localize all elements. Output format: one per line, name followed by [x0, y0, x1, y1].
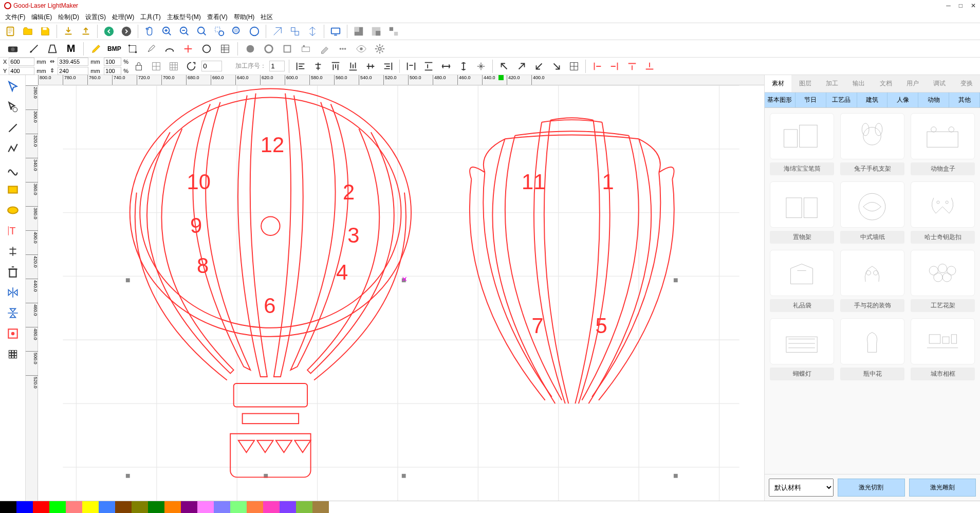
grid-b-button[interactable] — [167, 59, 181, 74]
pen-button[interactable] — [89, 42, 103, 56]
center-button[interactable] — [474, 59, 488, 74]
menu-item-3[interactable]: 设置(S) — [83, 12, 108, 23]
color-swatch-12[interactable] — [197, 501, 214, 513]
color-swatch-1[interactable] — [16, 501, 33, 513]
mirror-v-tool[interactable] — [3, 303, 23, 323]
color-swatch-15[interactable] — [247, 501, 263, 513]
undo-button[interactable] — [102, 24, 116, 39]
align-center-h-button[interactable] — [311, 59, 325, 74]
node-tool[interactable] — [3, 98, 23, 117]
grid-center-button[interactable] — [567, 59, 581, 74]
eraser-button[interactable] — [317, 42, 331, 56]
seq-input[interactable] — [269, 61, 285, 71]
height-pct-input[interactable] — [104, 67, 121, 75]
category-tab-6[interactable]: 其他 — [949, 93, 980, 107]
zoom-fit-button[interactable] — [195, 24, 209, 39]
zoom-in-button[interactable] — [160, 24, 174, 39]
curve-tool[interactable] — [3, 159, 23, 179]
array-tool[interactable] — [3, 324, 23, 343]
category-tab-1[interactable]: 节日 — [796, 93, 826, 107]
snap-top-button[interactable] — [625, 59, 639, 74]
width-pct-input[interactable] — [104, 58, 121, 66]
rect-tool[interactable] — [3, 180, 23, 199]
width-input[interactable] — [58, 58, 88, 66]
lock-xy-icon[interactable]: ⇔ — [50, 58, 54, 65]
line-tool[interactable] — [3, 118, 23, 138]
tool-c-button[interactable] — [305, 24, 320, 39]
measure-button[interactable] — [27, 42, 41, 56]
color-swatch-19[interactable] — [312, 501, 329, 513]
pan-button[interactable] — [142, 24, 157, 39]
text-tool[interactable]: T — [3, 221, 23, 241]
dimension-tool[interactable] — [3, 242, 23, 261]
gallery-item-6[interactable]: 礼品袋 — [770, 250, 834, 312]
canvas-area[interactable]: 800.0780.0760.0740.0720.0700.0680.0660.0… — [26, 75, 764, 501]
menu-item-8[interactable]: 帮助(H) — [232, 12, 257, 23]
polyline-tool[interactable] — [3, 139, 23, 158]
gear-button[interactable] — [373, 42, 387, 56]
color-swatch-10[interactable] — [164, 501, 181, 513]
gallery-item-4[interactable]: 中式墙纸 — [840, 181, 904, 244]
color-swatch-13[interactable] — [214, 501, 230, 513]
panel-tab-1[interactable]: 图层 — [791, 75, 818, 92]
arrow-tl-button[interactable] — [497, 59, 511, 74]
menu-item-7[interactable]: 查看(V) — [205, 12, 230, 23]
menu-item-5[interactable]: 工具(T) — [138, 12, 162, 23]
import-button[interactable] — [61, 24, 76, 39]
layout-c-button[interactable] — [386, 24, 401, 39]
arrow-bl-button[interactable] — [532, 59, 546, 74]
gallery-item-11[interactable]: 城市相框 — [911, 318, 975, 380]
color-swatch-11[interactable] — [181, 501, 197, 513]
delete-tool[interactable] — [3, 262, 23, 282]
circle-button[interactable] — [199, 42, 214, 56]
layout-b-button[interactable] — [369, 24, 383, 39]
shape-c-button[interactable] — [280, 42, 294, 56]
gallery-item-8[interactable]: 工艺花架 — [911, 250, 975, 312]
color-swatch-9[interactable] — [148, 501, 164, 513]
display-button[interactable] — [328, 24, 343, 39]
color-swatch-8[interactable] — [132, 501, 148, 513]
color-swatch-6[interactable] — [99, 501, 115, 513]
gallery-item-5[interactable]: 哈士奇钥匙扣 — [911, 181, 975, 244]
shape-d-button[interactable] — [299, 42, 313, 56]
material-select[interactable]: 默认材料 — [769, 479, 834, 497]
menu-item-6[interactable]: 主板型号(M) — [165, 12, 203, 23]
color-swatch-0[interactable] — [0, 501, 16, 513]
category-tab-4[interactable]: 人像 — [887, 93, 918, 107]
align-top-button[interactable] — [328, 59, 343, 74]
align-right-button[interactable] — [381, 59, 395, 74]
panel-tab-0[interactable]: 素材 — [765, 75, 791, 92]
gallery-item-0[interactable]: 海绵宝宝笔筒 — [770, 113, 834, 175]
snap-bottom-button[interactable] — [642, 59, 657, 74]
menu-item-4[interactable]: 处理(W) — [110, 12, 136, 23]
lock-xy2-icon[interactable]: ⇕ — [50, 67, 54, 74]
color-swatch-14[interactable] — [230, 501, 247, 513]
lock-aspect-button[interactable] — [132, 59, 146, 74]
crop-button[interactable] — [125, 42, 140, 56]
align-center-v-button[interactable] — [363, 59, 378, 74]
table-button[interactable] — [218, 42, 232, 56]
tool-a-button[interactable] — [270, 24, 285, 39]
arrow-br-button[interactable] — [549, 59, 564, 74]
grid-a-button[interactable] — [149, 59, 163, 74]
spacing-h-button[interactable] — [439, 59, 453, 74]
shape-b-button[interactable] — [262, 42, 276, 56]
rotate-input[interactable] — [201, 61, 222, 71]
brush-button[interactable] — [144, 42, 158, 56]
gallery-item-2[interactable]: 动物盒子 — [911, 113, 975, 175]
new-file-button[interactable] — [3, 24, 17, 39]
shape-a-button[interactable] — [243, 42, 257, 56]
color-swatch-7[interactable] — [115, 501, 132, 513]
layout-a-button[interactable] — [352, 24, 366, 39]
category-tab-0[interactable]: 基本图形 — [765, 93, 796, 107]
curve-button[interactable] — [162, 42, 177, 56]
color-swatch-16[interactable] — [263, 501, 280, 513]
panel-tab-5[interactable]: 用户 — [899, 75, 926, 92]
export-button[interactable] — [79, 24, 93, 39]
maximize-button[interactable]: □ — [959, 2, 963, 9]
gallery-item-1[interactable]: 兔子手机支架 — [840, 113, 904, 175]
text-m-button[interactable]: M — [64, 42, 78, 56]
panel-tab-4[interactable]: 文档 — [873, 75, 899, 92]
dist-v-button[interactable] — [421, 59, 436, 74]
grid-tool[interactable] — [3, 344, 23, 364]
